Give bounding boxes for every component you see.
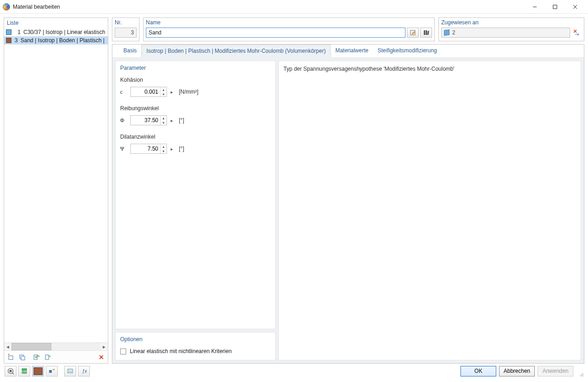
close-button[interactable] — [565, 0, 585, 13]
number-input — [115, 28, 137, 38]
scroll-left-icon[interactable]: ◄ — [4, 344, 11, 349]
function-button[interactable]: ƒx — [78, 366, 90, 376]
checkbox-icon[interactable] — [120, 348, 126, 354]
library-button[interactable] — [420, 28, 432, 38]
exclude-button[interactable] — [43, 352, 53, 362]
delete-item-button[interactable]: ✕ — [96, 352, 106, 362]
window-title: Material bearbeiten — [13, 4, 60, 10]
preview-button[interactable] — [64, 366, 76, 376]
friction-input[interactable]: ▲▼ — [130, 115, 167, 125]
tab-stiffness-mod[interactable]: Steifigkeitsmodifizierung — [373, 45, 441, 57]
param-symbol: Φ — [120, 117, 127, 124]
parameter-title: Parameter — [120, 65, 271, 71]
scrollbar-thumb[interactable] — [11, 343, 51, 350]
cohesion-input[interactable]: ▲▼ — [130, 87, 167, 97]
svg-rect-1 — [553, 5, 557, 9]
color-swatch-icon — [6, 38, 11, 43]
list-item[interactable]: 3 Sand | Isotrop | Boden | Plastisch | M… — [4, 36, 108, 45]
tab-material-values[interactable]: Materialwerte — [331, 45, 373, 57]
svg-point-14 — [10, 370, 12, 372]
tab-mohr-coulomb[interactable]: Isotrop | Boden | Plastisch | Modifizier… — [141, 45, 331, 58]
edit-name-button[interactable] — [407, 28, 419, 38]
spin-up-icon[interactable]: ▲ — [161, 87, 166, 92]
list-header: Liste — [4, 18, 108, 28]
units-button[interactable]: 0,00 — [18, 366, 30, 376]
material-list-panel: Liste 1 C30/37 | Isotrop | Linear elasti… — [4, 17, 108, 364]
svg-text:0,00: 0,00 — [22, 370, 27, 373]
title-bar: Material bearbeiten — [0, 0, 588, 14]
resize-grip[interactable] — [577, 370, 583, 376]
dilatancy-value[interactable] — [131, 144, 160, 153]
assign-button[interactable] — [46, 366, 58, 376]
spin-up-icon[interactable]: ▲ — [161, 116, 166, 120]
horizontal-scrollbar[interactable]: ◄ ► — [4, 343, 108, 350]
copy-item-button[interactable] — [17, 352, 27, 362]
tab-basis[interactable]: Basis — [119, 45, 141, 57]
bottom-toolbar: 0,00 ƒx OK Abbrechen Anwenden — [4, 364, 584, 378]
svg-rect-10 — [424, 30, 425, 35]
list-item[interactable]: 1 C30/37 | Isotrop | Linear elastisch — [4, 28, 108, 36]
list-item-label: Sand | Isotrop | Boden | Plastisch | Mod… — [21, 37, 106, 44]
new-item-button[interactable] — [6, 352, 16, 362]
svg-text:ƒx: ƒx — [82, 369, 87, 374]
minimize-button[interactable] — [525, 0, 545, 13]
help-button[interactable] — [5, 366, 17, 376]
param-cohesion: Kohäsion c ▲▼ ▸ [N/mm²] — [120, 77, 271, 97]
svg-rect-11 — [426, 30, 427, 35]
svg-line-15 — [12, 373, 14, 374]
param-unit: [N/mm²] — [179, 89, 199, 95]
picker-icon[interactable]: ▸ — [171, 118, 175, 123]
parameter-group: Parameter Kohäsion c ▲▼ ▸ — [115, 61, 276, 329]
name-label: Name — [146, 19, 432, 26]
spin-down-icon[interactable]: ▼ — [161, 120, 166, 125]
linear-elastic-checkbox-row[interactable]: Linear elastisch mit nichtlinearen Krite… — [120, 348, 271, 354]
assigned-field-group: Zugewiesen an 2 — [438, 17, 584, 41]
param-unit: [°] — [179, 117, 184, 124]
svg-rect-4 — [9, 356, 13, 360]
clear-assignment-button[interactable] — [571, 28, 582, 38]
spin-up-icon[interactable]: ▲ — [161, 144, 166, 149]
svg-rect-18 — [49, 370, 52, 373]
cohesion-value[interactable] — [131, 87, 160, 96]
svg-rect-6 — [21, 356, 25, 360]
assigned-label: Zugewiesen an — [441, 19, 582, 26]
dilatancy-input[interactable]: ▲▼ — [130, 144, 167, 154]
ok-button[interactable]: OK — [460, 366, 496, 376]
color-swatch-icon — [6, 29, 11, 35]
param-dilatancy: Dilatanzwinkel Ψ ▲▼ ▸ [°] — [120, 134, 271, 154]
assigned-display: 2 — [441, 28, 570, 38]
scroll-right-icon[interactable]: ► — [100, 344, 108, 349]
spin-down-icon[interactable]: ▼ — [161, 149, 166, 153]
checkbox-label: Linear elastisch mit nichtlinearen Krite… — [130, 348, 232, 354]
assigned-value: 2 — [452, 29, 455, 36]
param-symbol: Ψ — [120, 146, 127, 152]
list-toolbar: ✕ — [4, 350, 108, 363]
picker-icon[interactable]: ▸ — [171, 90, 175, 95]
name-input[interactable] — [146, 28, 405, 38]
include-button[interactable] — [32, 352, 42, 362]
number-field-group: Nr. — [112, 17, 139, 41]
tab-strip: Basis Isotrop | Boden | Plastisch | Modi… — [112, 45, 584, 58]
param-label: Dilatanzwinkel — [120, 134, 271, 140]
svg-rect-8 — [45, 355, 49, 360]
friction-value[interactable] — [131, 116, 160, 125]
list-item-index: 3 — [14, 37, 18, 44]
param-label: Kohäsion — [120, 77, 271, 83]
material-list[interactable]: 1 C30/37 | Isotrop | Linear elastisch 3 … — [4, 28, 108, 343]
solid-icon — [444, 29, 449, 35]
maximize-button[interactable] — [545, 0, 565, 13]
picker-icon[interactable]: ▸ — [171, 146, 175, 152]
param-symbol: c — [120, 89, 127, 96]
param-friction: Reibungswinkel Φ ▲▼ ▸ [°] — [120, 105, 271, 125]
name-field-group: Name — [143, 17, 435, 41]
options-group: Optionen Linear elastisch mit nichtlinea… — [115, 332, 276, 360]
spin-down-icon[interactable]: ▼ — [161, 92, 166, 96]
number-label: Nr. — [115, 19, 137, 26]
tabs-panel: Basis Isotrop | Boden | Plastisch | Modi… — [112, 44, 584, 364]
param-label: Reibungswinkel — [120, 105, 271, 112]
list-item-label: C30/37 | Isotrop | Linear elastisch — [23, 29, 105, 35]
cancel-button[interactable]: Abbrechen — [499, 366, 535, 376]
color-button[interactable] — [32, 366, 44, 376]
param-unit: [°] — [179, 146, 184, 152]
apply-button: Anwenden — [538, 366, 573, 376]
